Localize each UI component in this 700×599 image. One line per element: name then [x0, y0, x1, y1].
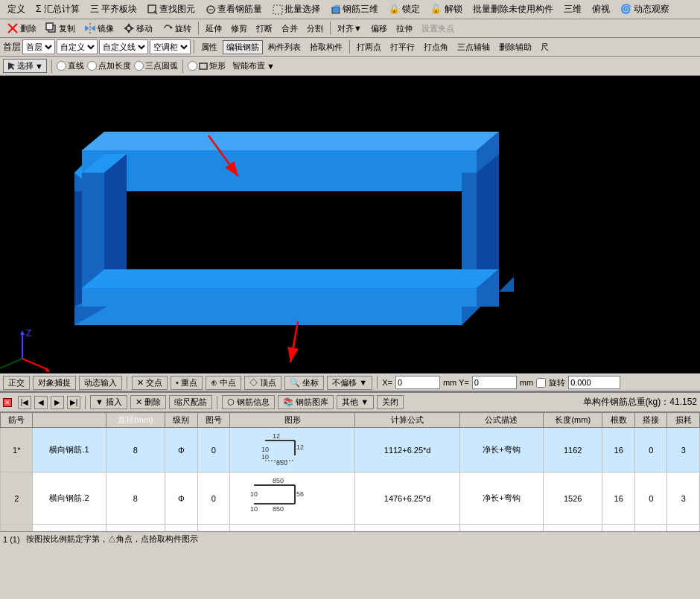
line-select[interactable]: 自定义线 [99, 39, 148, 54]
btn-scale-rebar[interactable]: 缩尺配筋 [169, 395, 212, 409]
btn-close[interactable]: 关闭 [377, 395, 404, 409]
menu-align-board[interactable]: 三 平齐板块 [86, 1, 141, 17]
btn-stretch[interactable]: 拉伸 [392, 22, 416, 36]
menu-view-rebar[interactable]: 查看钢筋量 [201, 1, 267, 17]
radio-arc[interactable]: 三点圆弧 [134, 60, 178, 71]
btn-break[interactable]: 打断 [252, 22, 276, 36]
menu-dynamic[interactable]: 🌀 动态观察 [616, 1, 674, 17]
btn-mirror[interactable]: 镜像 [80, 21, 118, 36]
table-row[interactable]: 3 横向钢筋.3 8 Φ 0 695 25+11600 净长+弯钩 735 [1, 525, 700, 532]
menu-batch-select[interactable]: 批量选择 [268, 1, 325, 17]
nav-next[interactable]: ▶ [51, 396, 64, 409]
btn-dynamic-input[interactable]: 动态输入 [79, 376, 122, 390]
btn-del-aux[interactable]: 删除辅助 [495, 40, 535, 54]
btn-no-offset[interactable]: 不偏移 ▼ [327, 376, 372, 390]
btn-3pt-axis[interactable]: 三点辅轴 [454, 40, 494, 54]
svg-marker-37 [82, 173, 104, 288]
nav-last[interactable]: ▶| [67, 396, 80, 409]
btn-trim[interactable]: 修剪 [227, 22, 251, 36]
btn-property[interactable]: 属性 [197, 40, 221, 54]
btn-scale[interactable]: 尺 [537, 40, 553, 54]
nav-prev[interactable]: ◀ [34, 396, 48, 409]
radio-arc-input[interactable] [134, 61, 144, 71]
svg-marker-36 [82, 154, 104, 288]
menu-lock[interactable]: 🔒 锁定 [384, 1, 424, 17]
y-input[interactable] [472, 376, 517, 389]
btn-midway[interactable]: • 重点 [171, 376, 203, 390]
btn-align[interactable]: 对齐▼ [334, 22, 366, 36]
btn-component-list[interactable]: 构件列表 [264, 40, 305, 54]
svg-text:10: 10 [261, 446, 269, 453]
btn-delete[interactable]: 删除 [3, 21, 40, 36]
btn-smart[interactable]: 智能布置▼ [229, 59, 279, 73]
menu-summary[interactable]: Σ 汇总计算 [31, 1, 84, 17]
btn-edit-rebar[interactable]: 编辑钢筋 [223, 40, 263, 54]
btn-coord[interactable]: 🔍 坐标 [284, 376, 324, 390]
btn-insert[interactable]: ▼ 插入 [90, 395, 127, 409]
svg-marker-23 [74, 173, 462, 191]
cell-fig-num: 0 [197, 525, 229, 532]
svg-marker-13 [91, 25, 95, 31]
menu-find[interactable]: 查找图元 [143, 1, 200, 17]
cell-loss [667, 525, 700, 532]
btn-split[interactable]: 分割 [303, 22, 327, 36]
table-row[interactable]: 2 横向钢筋.2 8 Φ 0 850 850 56 [1, 473, 700, 525]
btn-rebar-info[interactable]: ⬡ 钢筋信息 [222, 395, 275, 409]
radio-line[interactable]: 直线 [57, 60, 84, 71]
x-input[interactable] [395, 376, 440, 389]
btn-vertex[interactable]: ◇ 顶点 [244, 376, 281, 390]
btn-other[interactable]: 其他 ▼ [337, 395, 374, 409]
canvas-svg: Z [0, 76, 700, 374]
btn-del-row[interactable]: ✕ 删除 [130, 395, 166, 409]
page-info: 1 (1) [3, 535, 20, 544]
btn-copy[interactable]: 复制 [42, 21, 79, 36]
col-loss: 损耗 [667, 413, 700, 428]
table-container[interactable]: 筋号 直径(mm) 级别 图号 图形 计算公式 公式描述 长度(mm) 根数 搭… [0, 412, 700, 531]
btn-ortho[interactable]: 正交 [3, 376, 30, 390]
nav-first[interactable]: |◀ [18, 396, 31, 409]
btn-merge[interactable]: 合并 [278, 22, 302, 36]
btn-rebar-lib[interactable]: 📚 钢筋图库 [278, 395, 334, 409]
svg-marker-22 [74, 143, 491, 173]
menu-unlock[interactable]: 🔓 解锁 [426, 1, 466, 17]
room-select[interactable]: 空调柜 [150, 39, 191, 54]
btn-midpoint[interactable]: ⊕ 中点 [206, 376, 241, 390]
menu-top-view[interactable]: 俯视 [588, 1, 614, 17]
btn-two-pt[interactable]: 打两点 [353, 40, 385, 54]
btn-select[interactable]: 选择▼ [3, 59, 47, 73]
svg-marker-33 [82, 132, 499, 150]
rotate-check[interactable] [536, 378, 546, 388]
radio-rect-input[interactable] [188, 61, 197, 71]
btn-intersect[interactable]: ✕ 交点 [132, 376, 168, 390]
cell-fig-num: 0 [197, 428, 229, 473]
table-row[interactable]: 1* 横向钢筋.1 8 Φ 0 12 12 10 850 [1, 428, 700, 473]
table-header: 筋号 直径(mm) 级别 图号 图形 计算公式 公式描述 长度(mm) 根数 搭… [1, 413, 700, 428]
btn-pt-angle[interactable]: 打点角 [420, 40, 452, 54]
btn-pick[interactable]: 拾取构件 [306, 40, 346, 54]
cell-diameter: 8 [106, 428, 165, 473]
custom-select[interactable]: 自定义 [57, 39, 98, 54]
btn-snap[interactable]: 对象捕捉 [33, 376, 76, 390]
radio-line-input[interactable] [57, 61, 66, 71]
menu-batch-delete[interactable]: 批量删除未使用构件 [468, 1, 558, 17]
btn-parallel[interactable]: 打平行 [386, 40, 419, 54]
btn-rotate[interactable]: 旋转 [158, 21, 195, 36]
canvas-area[interactable]: Z [0, 76, 700, 374]
btn-move[interactable]: 移动 [119, 21, 156, 36]
rotate-input[interactable] [568, 376, 620, 389]
radio-rect[interactable]: 矩形 [188, 60, 226, 71]
menu-3d[interactable]: 三维 [559, 1, 586, 17]
btn-set-grip[interactable]: 设置夹点 [418, 22, 458, 36]
close-btn[interactable]: ✕ [3, 398, 12, 407]
radio-add-len-input[interactable] [87, 61, 97, 71]
layer-select[interactable]: 首层 [22, 39, 55, 54]
svg-marker-35 [82, 154, 104, 288]
menu-define[interactable]: 定义 [3, 1, 30, 17]
x-label: X= [382, 378, 392, 387]
radio-add-len[interactable]: 点加长度 [87, 60, 131, 71]
btn-offset[interactable]: 偏移 [367, 22, 391, 36]
svg-marker-21 [97, 277, 514, 307]
svg-marker-31 [74, 191, 97, 307]
menu-rebar-3d[interactable]: 钢筋三维 [326, 1, 383, 17]
btn-extend[interactable]: 延伸 [202, 22, 226, 36]
